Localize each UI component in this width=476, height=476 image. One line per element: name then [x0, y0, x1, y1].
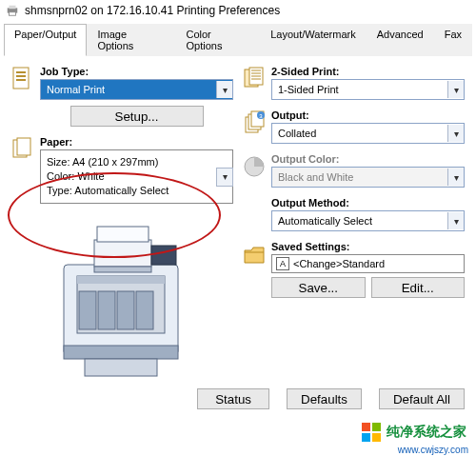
- svg-rect-8: [17, 138, 30, 155]
- job-type-value: Normal Print: [47, 84, 105, 95]
- tab-advanced[interactable]: Advanced: [367, 24, 434, 56]
- chevron-down-icon: ▾: [447, 169, 464, 186]
- two-sided-select[interactable]: 1-Sided Print ▾: [271, 79, 465, 100]
- right-column: 2-Sided Print: 1-Sided Print ▾ 3 Output:…: [243, 66, 465, 379]
- output-select[interactable]: Collated ▾: [271, 123, 465, 144]
- windows-logo-icon: [362, 423, 381, 442]
- paper-size: Size: A4 (210 x 297mm): [47, 155, 227, 169]
- tab-fax[interactable]: Fax: [434, 24, 472, 56]
- printer-icon: [6, 4, 19, 17]
- svg-rect-10: [64, 346, 178, 359]
- setup-button[interactable]: Setup...: [70, 106, 204, 127]
- folder-icon: [243, 241, 266, 268]
- output-method-value: Automatically Select: [278, 215, 372, 227]
- title-bar: shmsnprn02 on 172.16.10.41 Printing Pref…: [0, 0, 476, 21]
- duplex-icon: [243, 66, 266, 92]
- printer-illustration: [47, 217, 199, 379]
- watermark-text: 纯净系统之家: [387, 424, 466, 441]
- saved-settings-group: Saved Settings: A <Change>Standard Save.…: [243, 241, 465, 298]
- left-column: Job Type: Normal Print ▾ Setup...: [11, 66, 233, 379]
- output-color-select: Black and White ▾: [271, 167, 465, 188]
- output-value: Collated: [278, 128, 316, 139]
- two-sided-group: 2-Sided Print: 1-Sided Print ▾: [243, 66, 465, 100]
- tab-page: Job Type: Normal Print ▾ Setup...: [0, 56, 476, 385]
- watermark-url: www.cwjszy.com: [398, 445, 468, 455]
- preset-a-icon: A: [276, 257, 289, 270]
- svg-rect-6: [16, 79, 26, 81]
- output-group: 3 Output: Collated ▾: [243, 109, 465, 144]
- output-method-select[interactable]: Automatically Select ▾: [271, 210, 465, 231]
- paper-icon: [11, 136, 34, 163]
- output-color-label: Output Color:: [271, 153, 465, 165]
- tab-layout-watermark[interactable]: Layout/Watermark: [260, 24, 366, 56]
- chevron-down-icon: ▾: [447, 212, 464, 229]
- tab-strip: Paper/Output Image Options Color Options…: [4, 23, 472, 56]
- saved-settings-select[interactable]: A <Change>Standard: [271, 254, 465, 273]
- save-button[interactable]: Save...: [271, 277, 366, 298]
- svg-rect-21: [85, 359, 157, 376]
- chevron-down-icon: ▾: [216, 168, 233, 187]
- chevron-down-icon: ▾: [447, 125, 464, 142]
- output-method-label: Output Method:: [271, 197, 465, 208]
- job-type-group: Job Type: Normal Print ▾ Setup...: [11, 66, 233, 127]
- edit-button[interactable]: Edit...: [371, 277, 466, 298]
- chevron-down-icon: ▾: [216, 81, 232, 98]
- svg-rect-16: [136, 291, 153, 329]
- svg-rect-15: [117, 291, 134, 329]
- defaults-button[interactable]: Defaults: [287, 388, 362, 409]
- two-sided-value: 1-Sided Print: [278, 84, 339, 95]
- paper-color: Color: White: [47, 169, 227, 184]
- svg-rect-4: [16, 71, 26, 73]
- svg-rect-12: [77, 276, 165, 284]
- job-type-select[interactable]: Normal Print ▾: [40, 79, 233, 100]
- output-color-group: Output Color: Black and White ▾: [243, 153, 465, 188]
- svg-rect-18: [97, 227, 149, 242]
- job-type-label: Job Type:: [40, 66, 233, 77]
- collate-icon: 3: [243, 109, 266, 136]
- svg-rect-19: [151, 246, 176, 265]
- default-all-button[interactable]: Default All: [379, 388, 465, 409]
- svg-rect-14: [98, 291, 115, 329]
- paper-label: Paper:: [40, 136, 233, 148]
- paper-summary-select[interactable]: Size: A4 (210 x 297mm) Color: White Type…: [40, 149, 233, 204]
- output-method-group: Output Method: Automatically Select ▾: [243, 197, 465, 231]
- tab-image-options[interactable]: Image Options: [87, 24, 175, 56]
- paper-type: Type: Automatically Select: [47, 184, 227, 198]
- paper-group: Paper: Size: A4 (210 x 297mm) Color: Whi…: [11, 136, 233, 204]
- chevron-down-icon: ▾: [447, 81, 464, 98]
- svg-rect-3: [13, 68, 29, 89]
- svg-rect-2: [10, 12, 16, 16]
- window-title: shmsnprn02 on 172.16.10.41 Printing Pref…: [25, 4, 280, 17]
- svg-rect-13: [79, 291, 96, 329]
- tab-paper-output[interactable]: Paper/Output: [4, 24, 87, 56]
- svg-rect-5: [16, 75, 26, 77]
- saved-settings-label: Saved Settings:: [271, 241, 465, 252]
- svg-rect-1: [10, 6, 16, 10]
- tab-color-options[interactable]: Color Options: [175, 24, 260, 56]
- saved-settings-value: <Change>Standard: [293, 258, 385, 269]
- svg-rect-17: [94, 240, 151, 267]
- dialog-bottom-row: Status Defaults Default All: [0, 385, 476, 413]
- two-sided-label: 2-Sided Print:: [271, 66, 465, 77]
- status-button[interactable]: Status: [197, 388, 269, 409]
- color-wheel-icon: [243, 153, 266, 180]
- watermark: 纯净系统之家: [358, 421, 470, 444]
- output-label: Output:: [271, 109, 465, 121]
- job-type-icon: [11, 66, 34, 92]
- svg-rect-20: [94, 267, 151, 272]
- output-color-value: Black and White: [278, 171, 353, 183]
